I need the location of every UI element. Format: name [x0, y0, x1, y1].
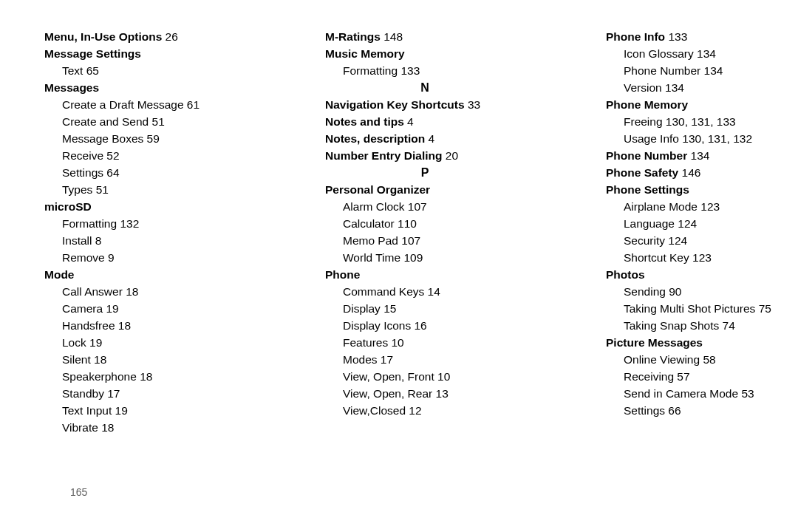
index-subentry: Airplane Mode 123	[606, 198, 798, 215]
index-subentry-label: Message Boxes	[62, 132, 143, 145]
index-subentry: Online Viewing 58	[606, 351, 798, 368]
index-subentry-page: 12	[406, 404, 422, 417]
index-subentry-page: 74	[719, 319, 735, 332]
index-subentry: Shortcut Key 123	[606, 249, 798, 266]
index-subentry-page: 17	[104, 387, 120, 400]
index-subentry-page: 51	[149, 115, 165, 128]
index-subentry: Text Input 19	[44, 402, 244, 419]
index-entry: Photos	[606, 266, 798, 283]
index-subentry-label: Handsfree	[62, 319, 115, 332]
index-subentry-page: 130, 131, 133	[663, 115, 736, 128]
index-subentry: Calculator 110	[325, 215, 525, 232]
index-subentry-page: 58	[700, 353, 716, 366]
index-subentry: Formatting 132	[44, 215, 244, 232]
index-entry-page: 148	[381, 30, 403, 43]
index-subentry-label: Silent	[62, 353, 91, 366]
index-subentry-page: 10	[434, 370, 451, 383]
index-subentry-label: Display	[343, 302, 381, 315]
index-subentry: Security 124	[606, 232, 798, 249]
index-subentry-page: 13	[432, 387, 449, 400]
index-subentry-label: Online Viewing	[624, 353, 700, 366]
index-subentry-label: Speakerphone	[62, 370, 137, 383]
index-subentry-page: 75	[755, 302, 771, 315]
index-entry: M-Ratings 148	[325, 28, 525, 45]
index-subentry: Usage Info 130, 131, 132	[606, 130, 798, 147]
index-entry-page: 4	[404, 115, 414, 128]
index-entry: Phone Safety 146	[606, 164, 798, 181]
index-subentry: Icon Glossary 134	[606, 45, 798, 62]
index-subentry-label: Taking Multi Shot Pictures	[624, 302, 755, 315]
index-subentry: Lock 19	[44, 334, 244, 351]
index-subentry-page: 19	[112, 404, 128, 417]
index-entry: Number Entry Dialing 20	[325, 147, 525, 164]
index-subentry: Silent 18	[44, 351, 244, 368]
index-subentry-page: 19	[103, 302, 119, 315]
index-entry-label: Navigation Key Shortcuts	[325, 98, 465, 111]
index-subentry: View,Closed 12	[325, 402, 525, 419]
index-subentry-page: 8	[92, 234, 102, 247]
index-subentry-label: Command Keys	[343, 285, 424, 298]
index-subentry-page: 18	[91, 353, 107, 366]
index-subentry-page: 134	[700, 64, 723, 77]
index-subentry: Phone Number 134	[606, 62, 798, 79]
index-subentry: Taking Multi Shot Pictures 75	[606, 300, 798, 317]
index-subentry-page: 53	[738, 387, 754, 400]
index-subentry: Taking Snap Shots 74	[606, 317, 798, 334]
index-subentry: Install 8	[44, 232, 244, 249]
section-letter: P	[325, 164, 525, 181]
page-number: 165	[70, 486, 87, 498]
index-subentry-page: 18	[137, 370, 153, 383]
index-subentry: Message Boxes 59	[44, 130, 244, 147]
index-entry-label: Music Memory	[325, 47, 405, 60]
index-entry-label: Notes, description	[325, 132, 425, 145]
index-subentry-label: Sending	[624, 285, 666, 298]
index-entry: Picture Messages	[606, 334, 798, 351]
index-subentry-page: 107	[405, 200, 427, 213]
index-subentry-label: Phone Number	[624, 64, 700, 77]
column-1: Menu, In-Use Options 26Message SettingsT…	[44, 28, 244, 436]
index-entry-label: Picture Messages	[606, 336, 703, 349]
index-subentry-page: 90	[666, 285, 682, 298]
index-subentry-label: Usage Info	[624, 132, 679, 145]
index-subentry: Create a Draft Message 61	[44, 96, 244, 113]
index-entry-label: Photos	[606, 268, 645, 281]
index-subentry-page: 123	[698, 200, 720, 213]
index-subentry: View, Open, Front 10	[325, 368, 525, 385]
index-subentry: Formatting 133	[325, 62, 525, 79]
index-subentry-label: Vibrate	[62, 421, 98, 434]
index-subentry: World Time 109	[325, 249, 525, 266]
index-subentry: Memo Pad 107	[325, 232, 525, 249]
index-subentry-label: Icon Glossary	[624, 47, 694, 60]
index-subentry: Freeing 130, 131, 133	[606, 113, 798, 130]
index-subentry: Text 65	[44, 62, 244, 79]
index-entry-page: 133	[665, 30, 687, 43]
index-subentry-page: 14	[424, 285, 440, 298]
index-entry-label: Phone Number	[606, 149, 687, 162]
index-subentry-label: View, Open, Rear	[343, 387, 432, 400]
index-subentry: Sending 90	[606, 283, 798, 300]
index-subentry-label: Camera	[62, 302, 103, 315]
index-subentry-label: Security	[624, 234, 665, 247]
index-subentry: Version 134	[606, 79, 798, 96]
index-subentry-page: 51	[92, 183, 109, 196]
index-subentry: Standby 17	[44, 385, 244, 402]
index-subentry-page: 10	[388, 336, 404, 349]
index-subentry: Send in Camera Mode 53	[606, 385, 798, 402]
index-entry-label: Messages	[44, 81, 99, 94]
section-letter: N	[325, 79, 525, 96]
index-subentry-page: 17	[378, 353, 394, 366]
index-subentry-label: Types	[62, 183, 92, 196]
index-subentry-label: Modes	[343, 353, 378, 366]
column-2: M-Ratings 148Music MemoryFormatting 133N…	[325, 28, 525, 436]
index-entry: Notes, description 4	[325, 130, 525, 147]
index-subentry: Create and Send 51	[44, 113, 244, 130]
index-subentry-label: World Time	[343, 251, 400, 264]
index-subentry: Receiving 57	[606, 368, 798, 385]
index-subentry-page: 123	[689, 251, 712, 264]
index-entry: Messages	[44, 79, 244, 96]
index-entry-label: Notes and tips	[325, 115, 404, 128]
index-subentry-page: 134	[694, 47, 716, 60]
index-entry-page: 33	[465, 98, 481, 111]
index-entry-label: microSD	[44, 200, 92, 213]
index-subentry-page: 61	[184, 98, 200, 111]
